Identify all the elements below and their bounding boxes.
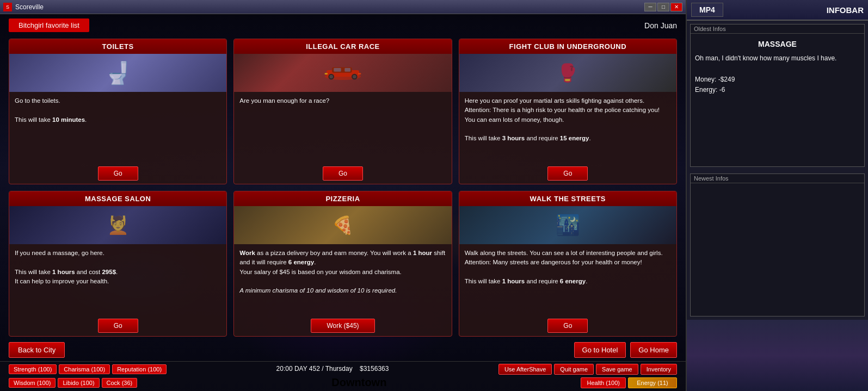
strength-badge: Strength (100): [9, 364, 57, 374]
time-money-display: 20:00 DAY 452 / Thursday $3156363: [276, 365, 389, 373]
car-race-card-header: ILLEGAL CAR RACE: [234, 39, 451, 54]
stat-row-2: Wisdom (100) Libido (100) Cock (36) Down…: [9, 376, 677, 389]
walk-streets-card-image: 🌃: [459, 206, 676, 244]
walk-streets-card-body: Walk along the streets. You can see a lo…: [459, 244, 676, 315]
infobar-panel: MP4 INFOBAR Oldest Infos MASSAGE Oh man,…: [686, 0, 868, 391]
wisdom-badge: Wisdom (100): [9, 378, 56, 388]
walk-streets-go-button[interactable]: Go: [547, 319, 588, 333]
panel-bg-image: [687, 320, 868, 391]
pizzeria-card-header: PIZZERIA: [234, 191, 451, 206]
mp4-badge: MP4: [691, 3, 723, 17]
newest-infos-content: [691, 183, 864, 192]
minimize-button[interactable]: ─: [644, 3, 656, 11]
pizzeria-card-image: 🍕: [234, 206, 451, 244]
action-buttons: Use AfterShave Quit game Save game Inven…: [498, 364, 677, 375]
fight-club-card-header: FIGHT CLUB IN UNDERGROUND: [459, 39, 676, 54]
massage-salon-card-body: If you need a massage, go here. This wil…: [9, 244, 226, 315]
svg-rect-10: [358, 73, 361, 75]
walk-streets-card-footer: Go: [459, 315, 676, 336]
message-title: MASSAGE: [695, 38, 860, 50]
save-game-button[interactable]: Save game: [596, 364, 638, 375]
bottom-nav: Back to City Go to Hotel Go Home: [0, 339, 686, 361]
fight-club-card-body: Here you can proof your martial arts ski…: [459, 92, 676, 163]
pizzeria-card-footer: Work ($45): [234, 315, 451, 336]
toilets-card-footer: Go: [9, 163, 226, 184]
infobar-header: MP4 INFOBAR: [687, 0, 868, 21]
oldest-infos-content: MASSAGE Oh man, I didn't know how many m…: [691, 34, 864, 100]
massage-salon-card-header: MASSAGE SALON: [9, 191, 226, 206]
massage-icon: 💆: [107, 215, 129, 235]
message-line2: Money: -$249: [695, 75, 860, 85]
health-badge: Health (100): [581, 377, 626, 388]
pizzeria-card: PIZZERIA 🍕 Work as a pizza delivery boy …: [233, 191, 452, 337]
newest-infos-label: Newest Infos: [691, 174, 864, 183]
svg-point-8: [353, 75, 356, 79]
username-display: Don Juan: [644, 21, 677, 30]
status-bar: Strength (100) Charisma (100) Reputation…: [0, 361, 686, 391]
stat-row-1: Strength (100) Charisma (100) Reputation…: [9, 364, 677, 375]
fight-icon: 🥊: [557, 63, 578, 83]
fight-club-card-image: 🥊: [459, 54, 676, 92]
money-display: $3156363: [360, 365, 389, 373]
car-race-go-button[interactable]: Go: [323, 166, 363, 181]
cock-badge: Cock (36): [102, 378, 138, 388]
massage-salon-card-footer: Go: [9, 315, 226, 336]
toilets-card: TOILETS 🚽 Go to the toilets.This will ta…: [9, 39, 227, 184]
hotel-home-buttons: Go to Hotel Go Home: [574, 342, 677, 358]
svg-rect-4: [344, 68, 350, 72]
toilets-card-body: Go to the toilets.This will take 10 minu…: [9, 92, 226, 163]
toilets-go-button[interactable]: Go: [98, 166, 138, 181]
content-area: Bitchgirl favorite list Don Juan TOILETS…: [0, 14, 686, 391]
header: Bitchgirl favorite list Don Juan: [0, 14, 686, 36]
svg-rect-9: [325, 73, 328, 75]
race-car-icon: [321, 64, 365, 82]
health-energy-display: Health (100) Energy (11): [581, 377, 677, 388]
svg-point-6: [329, 75, 333, 79]
quit-game-button[interactable]: Quit game: [554, 364, 594, 375]
cards-grid: TOILETS 🚽 Go to the toilets.This will ta…: [0, 36, 686, 339]
libido-badge: Libido (100): [58, 378, 99, 388]
pizzeria-work-button[interactable]: Work ($45): [311, 319, 374, 333]
go-home-button[interactable]: Go Home: [630, 342, 677, 358]
newest-infos-section: Newest Infos: [690, 173, 865, 316]
walk-streets-card: WALK THE STREETS 🌃 Walk along the street…: [459, 191, 677, 337]
fight-club-go-button[interactable]: Go: [547, 166, 588, 181]
use-aftershave-button[interactable]: Use AfterShave: [498, 364, 552, 375]
toilets-card-image: 🚽: [9, 54, 226, 92]
car-race-card-image: [234, 54, 451, 92]
massage-salon-go-button[interactable]: Go: [98, 319, 138, 333]
infobar-title: INFOBAR: [827, 5, 864, 15]
stat-badges-row2: Wisdom (100) Libido (100) Cock (36): [9, 378, 137, 388]
favorite-list-button[interactable]: Bitchgirl favorite list: [9, 18, 89, 32]
game-window: S Scoreville ─ □ ✕ Bitchgirl favorite li…: [0, 0, 686, 391]
street-icon: 🌃: [556, 214, 580, 237]
car-race-card-body: Are you man enough for a race?: [234, 92, 451, 163]
toilet-icon: 🚽: [104, 60, 132, 86]
go-to-hotel-button[interactable]: Go to Hotel: [574, 342, 626, 358]
reputation-badge: Reputation (100): [112, 364, 167, 374]
fight-club-card-footer: Go: [459, 163, 676, 184]
walk-streets-card-header: WALK THE STREETS: [459, 191, 676, 206]
pizzeria-card-body: Work as a pizza delivery boy and earn mo…: [234, 244, 451, 315]
charisma-badge: Charisma (100): [59, 364, 110, 374]
center-info: 20:00 DAY 452 / Thursday $3156363: [276, 365, 389, 374]
maximize-button[interactable]: □: [657, 3, 669, 11]
message-line1: Oh man, I didn't know how many muscles I…: [695, 53, 860, 64]
fight-club-card: FIGHT CLUB IN UNDERGROUND 🥊 Here you can…: [459, 39, 677, 184]
pizza-icon: 🍕: [332, 215, 354, 235]
window-title: Scoreville: [15, 3, 644, 11]
oldest-infos-label: Oldest Infos: [691, 24, 864, 34]
message-line3: Energy: -6: [695, 85, 860, 95]
energy-badge: Energy (11): [628, 377, 677, 388]
location-display: Downtown: [331, 376, 386, 389]
inventory-button[interactable]: Inventory: [641, 364, 677, 375]
title-bar: S Scoreville ─ □ ✕: [0, 0, 686, 14]
time-display: 20:00 DAY 452 / Thursday: [276, 365, 353, 373]
massage-salon-card-image: 💆: [9, 206, 226, 244]
toilets-card-header: TOILETS: [9, 39, 226, 54]
svg-rect-3: [334, 68, 341, 72]
car-race-card: ILLEGAL CAR RACE: [233, 39, 452, 184]
close-button[interactable]: ✕: [670, 3, 682, 11]
back-to-city-button[interactable]: Back to City: [9, 342, 65, 358]
massage-salon-card: MASSAGE SALON 💆 If you need a massage, g…: [9, 191, 227, 337]
